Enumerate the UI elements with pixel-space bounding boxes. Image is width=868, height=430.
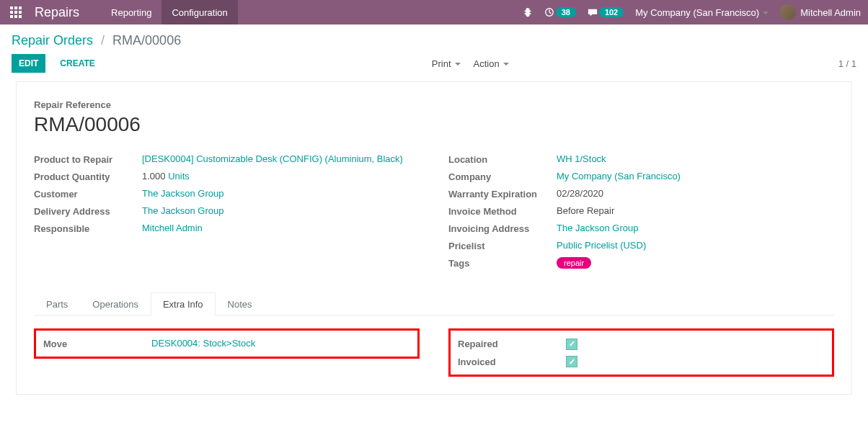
move-label: Move: [43, 338, 151, 349]
breadcrumb-parent[interactable]: Repair Orders: [12, 33, 93, 48]
action-dropdown[interactable]: Action: [474, 58, 509, 69]
breadcrumb: Repair Orders / RMA/00006: [12, 33, 856, 48]
product-quantity-label: Product Quantity: [34, 171, 142, 182]
activities-icon[interactable]: 38: [544, 7, 576, 17]
invoice-method-value: Before Repair: [557, 205, 834, 216]
tags-label: Tags: [448, 257, 557, 269]
location-label: Location: [448, 153, 557, 165]
breadcrumb-bar: Repair Orders / RMA/00006: [0, 24, 868, 54]
warranty-expiration-value: 02/28/2020: [557, 188, 834, 199]
nav-menu-reporting[interactable]: Reporting: [101, 0, 161, 24]
highlight-move-box: Move DESK0004: Stock>Stock: [34, 328, 420, 359]
form-col-left: Product to Repair [DESK0004] Customizabl…: [34, 153, 420, 274]
breadcrumb-current: RMA/00006: [112, 33, 181, 48]
tab-notes[interactable]: Notes: [216, 292, 265, 315]
tab-content-extra-info: Move DESK0004: Stock>Stock Repaired Invo…: [34, 328, 834, 377]
nav-right: 38 102 My Company (San Francisco) Mitche…: [523, 4, 861, 20]
invoiced-label: Invoiced: [458, 356, 566, 367]
form-sheet: Repair Reference RMA/00006 Product to Re…: [16, 81, 852, 395]
product-quantity-num: 1.000: [142, 171, 166, 182]
messages-badge: 102: [599, 7, 624, 17]
company-value[interactable]: My Company (San Francisco): [557, 171, 681, 182]
tab-parts[interactable]: Parts: [34, 292, 80, 315]
grid-icon: [10, 6, 22, 18]
activities-badge: 38: [556, 7, 576, 17]
toolbar: EDIT CREATE Print Action 1 / 1: [0, 54, 868, 81]
create-button[interactable]: CREATE: [53, 54, 102, 73]
form-grid: Product to Repair [DESK0004] Customizabl…: [34, 153, 834, 274]
invoiced-checkbox[interactable]: [566, 356, 577, 367]
pricelist-label: Pricelist: [448, 240, 557, 251]
company-switcher[interactable]: My Company (San Francisco): [635, 7, 769, 18]
nav-menu: Reporting Configuration: [101, 0, 238, 24]
avatar: [780, 4, 796, 20]
user-name: Mitchell Admin: [800, 7, 861, 18]
responsible-value[interactable]: Mitchell Admin: [142, 223, 203, 233]
delivery-address-label: Delivery Address: [34, 205, 142, 217]
navbar: Repairs Reporting Configuration 38 102 M…: [0, 0, 868, 24]
debug-icon[interactable]: [523, 7, 533, 17]
pricelist-value[interactable]: Public Pricelist (USD): [557, 240, 646, 251]
nav-menu-configuration[interactable]: Configuration: [161, 0, 237, 24]
invoice-method-label: Invoice Method: [448, 205, 557, 217]
company-label: Company: [448, 171, 557, 182]
move-value[interactable]: DESK0004: Stock>Stock: [151, 338, 255, 349]
apps-menu-icon[interactable]: [7, 4, 25, 21]
tab-extra-info[interactable]: Extra Info: [151, 292, 216, 315]
user-menu[interactable]: Mitchell Admin: [780, 4, 861, 20]
product-to-repair-value[interactable]: [DESK0004] Customizable Desk (CONFIG) (A…: [142, 153, 403, 164]
invoicing-address-value[interactable]: The Jackson Group: [557, 223, 638, 233]
customer-label: Customer: [34, 188, 142, 200]
repair-reference-label: Repair Reference: [34, 99, 834, 110]
messages-icon[interactable]: 102: [588, 7, 624, 17]
tag-repair[interactable]: repair: [557, 257, 591, 269]
repaired-checkbox[interactable]: [566, 339, 577, 350]
form-col-right: Location WH 1/Stock Company My Company (…: [448, 153, 834, 274]
invoicing-address-label: Invoicing Address: [448, 223, 557, 234]
sheet-container: Repair Reference RMA/00006 Product to Re…: [0, 81, 868, 424]
print-dropdown[interactable]: Print: [432, 58, 461, 69]
breadcrumb-sep: /: [101, 33, 105, 48]
customer-value[interactable]: The Jackson Group: [142, 188, 223, 199]
highlight-status-box: Repaired Invoiced: [448, 328, 834, 377]
delivery-address-value[interactable]: The Jackson Group: [142, 205, 223, 216]
responsible-label: Responsible: [34, 223, 142, 234]
repaired-label: Repaired: [458, 338, 566, 349]
tab-operations[interactable]: Operations: [80, 292, 151, 315]
product-quantity-unit[interactable]: Units: [168, 171, 190, 182]
tabs: Parts Operations Extra Info Notes: [34, 292, 834, 315]
warranty-expiration-label: Warranty Expiration: [448, 188, 557, 200]
edit-button[interactable]: EDIT: [12, 54, 45, 73]
location-value[interactable]: WH 1/Stock: [557, 153, 606, 164]
product-to-repair-label: Product to Repair: [34, 153, 142, 165]
repair-reference-value: RMA/00006: [34, 113, 834, 136]
app-brand[interactable]: Repairs: [35, 5, 79, 20]
pager[interactable]: 1 / 1: [838, 58, 856, 69]
